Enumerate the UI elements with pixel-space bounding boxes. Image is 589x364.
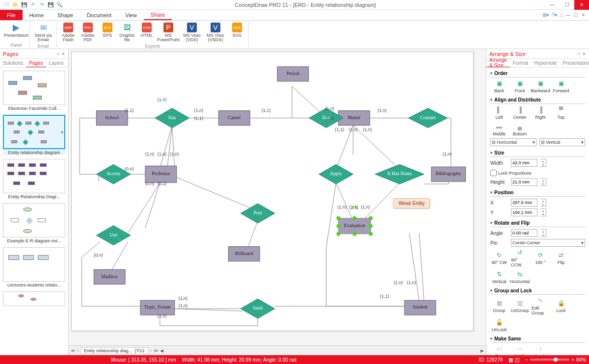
diagram-canvas[interactable]: Period School Career Matter Bibliography… xyxy=(71,52,474,331)
rotate-90ccw-button[interactable]: ↺90° CCW xyxy=(511,249,529,267)
align-center-button[interactable]: ▐Center xyxy=(511,106,529,120)
align-top-button[interactable]: ▀Top xyxy=(552,106,570,120)
tab-solutions[interactable]: Solutions xyxy=(0,59,26,67)
rel-use[interactable]: Use xyxy=(96,226,131,245)
order-front-button[interactable]: ▣Front xyxy=(511,79,529,93)
y-spinner[interactable]: ▲▼ xyxy=(540,208,546,216)
zoom-out-icon[interactable]: − xyxy=(525,357,528,363)
grid-icon[interactable]: ▦ xyxy=(509,357,513,363)
canvas-scroll[interactable]: Period School Career Matter Bibliography… xyxy=(71,52,481,345)
entity-professor[interactable]: Professor xyxy=(145,166,177,182)
distribute-v-combo[interactable]: ⊟ Vertical▾ xyxy=(539,138,586,146)
align-right-button[interactable]: ▐Right xyxy=(532,106,549,120)
qat-open-icon[interactable]: 📁 xyxy=(12,1,19,8)
group-button[interactable]: ▦Group xyxy=(490,299,508,313)
align-middle-button[interactable]: ▬Middle xyxy=(490,123,508,136)
export-vdx-button[interactable]: VMS Visio (VDX) xyxy=(181,22,203,44)
export-vsdx-button[interactable]: VMS Visio (VSDX) xyxy=(204,22,227,44)
page-thumb[interactable]: Electronic Facsimile Coll... xyxy=(3,71,65,111)
rel-post[interactable]: Post xyxy=(241,204,275,223)
page-thumb[interactable]: Example E-R diagram ext... xyxy=(3,203,65,243)
rel-contain[interactable]: Contain xyxy=(408,108,448,128)
align-bottom-button[interactable]: ▄Bottom xyxy=(511,123,529,136)
tab-format[interactable]: Format xyxy=(510,59,532,67)
lock-proportions-check[interactable]: Lock Proportions xyxy=(490,170,532,176)
ungroup-button[interactable]: ▧UnGroup xyxy=(511,299,529,313)
entity-student[interactable]: Student xyxy=(404,300,436,315)
entity-career[interactable]: Career xyxy=(218,111,250,126)
flip-v-button[interactable]: ⇅Vertical xyxy=(490,270,508,284)
sheet-tab[interactable]: Entity relationship diag... (7/12 xyxy=(80,347,148,354)
tab-presentation[interactable]: Presentation xyxy=(560,59,589,67)
tab-file[interactable]: File xyxy=(0,10,23,20)
tab-share[interactable]: Share xyxy=(144,10,172,20)
rotate-90cw-button[interactable]: ↻90° CW xyxy=(490,251,508,265)
x-input[interactable] xyxy=(511,199,537,207)
tab-document[interactable]: Document xyxy=(80,10,118,20)
zoom-slider[interactable] xyxy=(530,359,569,361)
presentation-button[interactable]: ▶ Presentation xyxy=(5,22,27,39)
qat-save2-icon[interactable]: 💾 xyxy=(47,1,54,8)
close-button[interactable]: ✕ xyxy=(574,0,589,10)
sheet-nav-first[interactable]: ≪ xyxy=(71,348,75,353)
entity-topic-forum[interactable]: Topic_Forum xyxy=(140,300,175,315)
angle-spinner[interactable]: ▲▼ xyxy=(540,229,546,237)
home-icon[interactable]: ⌂ xyxy=(560,12,563,18)
pin-icon[interactable]: ⊣ xyxy=(576,52,580,56)
send-email-button[interactable]: ✉ Send via Email xyxy=(32,22,54,44)
width-input[interactable] xyxy=(511,159,537,167)
order-forward-button[interactable]: ▣Forward xyxy=(552,79,570,93)
tab-hypernote[interactable]: Hypernote xyxy=(531,59,560,67)
angle-input[interactable] xyxy=(511,229,537,237)
qat-undo-icon[interactable]: ↶ xyxy=(29,1,36,8)
pin-combo[interactable]: Center-Center▾ xyxy=(511,239,585,247)
rel-send[interactable]: Send xyxy=(241,299,275,318)
tab-pages[interactable]: Pages xyxy=(26,59,46,67)
rel-apply[interactable]: Apply xyxy=(319,164,353,184)
zoom-controls[interactable]: − + 84% xyxy=(525,357,586,363)
entity-school[interactable]: School xyxy=(96,111,128,126)
y-input[interactable] xyxy=(511,208,537,216)
distribute-h-combo[interactable]: ⊟ Horizontal▾ xyxy=(490,138,536,146)
sheet-scroll-left[interactable]: ◀ xyxy=(160,348,163,353)
align-left-button[interactable]: ▌Left xyxy=(490,106,508,120)
tab-layers[interactable]: Layers xyxy=(46,59,67,67)
edit-group-button[interactable]: ✎Edit Group xyxy=(532,297,549,315)
minimize-button[interactable]: — xyxy=(545,0,560,10)
page-thumb[interactable]: ▾ Entity relationship diagram xyxy=(3,115,65,155)
rel-has1[interactable]: Has xyxy=(155,108,189,128)
height-input[interactable] xyxy=(511,178,537,186)
apps-icon[interactable]: ⊞▾ xyxy=(542,12,549,18)
same-width-button[interactable]: ↔Width xyxy=(511,345,529,355)
same-size-button[interactable]: ▭Size xyxy=(490,345,508,355)
page-thumb[interactable]: Entity-Relationship Diagr... xyxy=(3,159,65,199)
sheet-nav-next[interactable]: › xyxy=(150,348,152,353)
sheet-nav-last[interactable]: ≫ xyxy=(154,348,158,353)
close2-icon[interactable]: ✕ xyxy=(581,12,585,18)
tab-home[interactable]: Home xyxy=(23,10,51,20)
entity-period[interactable]: Period xyxy=(277,67,309,81)
snap-icon[interactable]: ◫ xyxy=(515,357,519,363)
entity-mailbox[interactable]: Mailbox xyxy=(94,269,125,284)
order-back-button[interactable]: ▣Back xyxy=(490,79,508,93)
lock-button[interactable]: 🔒Lock xyxy=(552,299,570,313)
sheet-scroll-right[interactable]: ▶ xyxy=(481,348,484,353)
export-flash-button[interactable]: SWFAdobe Flash xyxy=(59,22,78,44)
entity-evaluation[interactable]: Evaluation xyxy=(337,207,373,236)
chevron-down-icon[interactable]: ▾ xyxy=(61,130,63,135)
tab-shape[interactable]: Shape xyxy=(51,10,80,20)
maximize-button[interactable]: ☐ xyxy=(560,0,574,10)
page-thumb[interactable]: Lecturers-students relatio... xyxy=(3,247,65,287)
restore-icon[interactable]: — xyxy=(566,12,571,18)
help-icon[interactable]: ?▾ xyxy=(552,12,557,18)
rotate-180-button[interactable]: ⟳180 ° xyxy=(532,251,549,265)
restore2-icon[interactable]: ☐ xyxy=(574,12,578,18)
page-thumb[interactable] xyxy=(3,291,65,306)
rel-ithasnotes[interactable]: It Has Notes xyxy=(375,164,424,184)
flip-button[interactable]: ⇄Flip xyxy=(552,251,570,265)
export-html-button[interactable]: HTMHTML xyxy=(137,22,156,44)
x-spinner[interactable]: ▲▼ xyxy=(540,199,546,207)
same-height-button[interactable]: ↕Height xyxy=(532,345,549,355)
close-panel-icon[interactable]: ✕ xyxy=(582,52,586,56)
height-spinner[interactable]: ▲▼ xyxy=(540,178,546,186)
